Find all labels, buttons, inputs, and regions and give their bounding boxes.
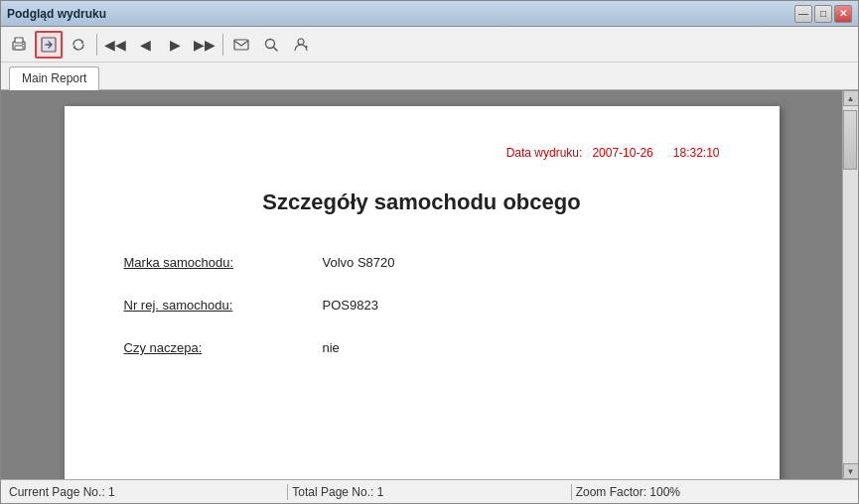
date-label: Data wydruku: [506,146,583,160]
field-label-marka: Marka samochodu: [124,255,303,270]
status-zoom: Zoom Factor: 100% [576,485,850,499]
report-title: Szczegóły samochodu obcego [124,189,720,215]
field-label-nrrej: Nr rej. samochodu: [124,298,303,313]
export-button[interactable] [35,31,63,59]
svg-rect-5 [234,40,248,50]
maximize-button[interactable]: □ [814,5,832,23]
field-value-nrrej: POS9823 [323,298,378,313]
next-page-button[interactable]: ▶ [161,31,189,59]
close-button[interactable]: ✕ [834,5,852,23]
status-total-page: Total Page No.: 1 [292,485,566,499]
refresh-button[interactable] [65,31,92,59]
scroll-thumb[interactable] [843,110,857,170]
status-divider-1 [287,484,288,500]
tab-main-report[interactable]: Main Report [9,66,99,90]
scroll-track[interactable] [843,106,858,463]
window-title: Podgląd wydruku [7,7,106,21]
field-nrrej: Nr rej. samochodu: POS9823 [124,298,720,313]
scroll-down-button[interactable]: ▼ [843,463,859,479]
scrollbar-vertical[interactable]: ▲ ▼ [842,90,858,479]
print-button[interactable] [5,31,33,59]
scroll-up-button[interactable]: ▲ [843,90,859,106]
main-window: Podgląd wydruku — □ ✕ [0,0,859,504]
title-bar: Podgląd wydruku — □ ✕ [1,1,858,27]
page-container: Data wydruku: 2007-10-26 18:32:10 Szczeg… [1,90,842,479]
prev-page-button[interactable]: ◀ [131,31,159,59]
report-page: Data wydruku: 2007-10-26 18:32:10 Szczeg… [65,106,780,479]
svg-rect-1 [15,38,23,43]
status-divider-2 [571,484,572,500]
first-page-button[interactable]: ◀◀ [101,31,129,59]
svg-rect-2 [15,46,23,50]
separator-1 [96,34,97,56]
field-value-marka: Volvo S8720 [323,255,395,270]
tabs-bar: Main Report [1,63,858,90]
svg-point-8 [298,39,304,45]
minimize-button[interactable]: — [794,5,812,23]
svg-point-3 [22,43,24,45]
svg-line-7 [274,47,278,51]
field-naczepa: Czy naczepa: nie [124,340,720,355]
page-header: Data wydruku: 2007-10-26 18:32:10 [124,146,720,160]
search-button[interactable] [257,31,285,59]
time-value: 18:32:10 [673,146,720,160]
last-page-button[interactable]: ▶▶ [191,31,218,59]
window-controls: — □ ✕ [794,5,852,23]
content-area: Data wydruku: 2007-10-26 18:32:10 Szczeg… [1,90,858,479]
status-bar: Current Page No.: 1 Total Page No.: 1 Zo… [1,479,858,503]
email-button[interactable] [227,31,255,59]
field-marka: Marka samochodu: Volvo S8720 [124,255,720,270]
separator-2 [222,34,223,56]
date-value: 2007-10-26 [592,146,652,160]
field-value-naczepa: nie [323,340,340,355]
field-label-naczepa: Czy naczepa: [124,340,303,355]
status-current-page: Current Page No.: 1 [9,485,283,499]
toolbar: ◀◀ ◀ ▶ ▶▶ [1,27,858,63]
user-button[interactable] [287,31,315,59]
